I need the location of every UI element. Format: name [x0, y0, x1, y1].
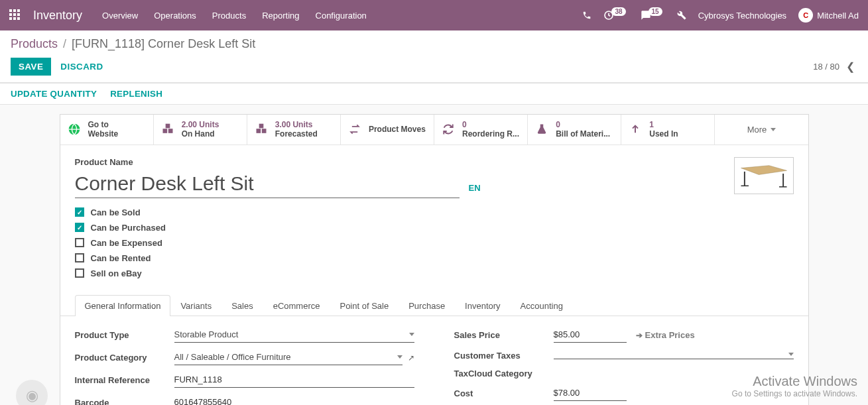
user-avatar-icon: C — [798, 8, 813, 23]
customer-taxes-label: Customer Taxes — [454, 351, 554, 361]
refresh-icon — [441, 122, 456, 137]
checkbox-rented[interactable] — [75, 253, 84, 262]
nav-right: 38 15 Cybrosys Technologies C Mitchell A… — [582, 8, 859, 23]
label-ebay[interactable]: Sell on eBay — [91, 268, 142, 278]
nav-links: Overview Operations Products Reporting C… — [102, 11, 367, 21]
tab-ecommerce[interactable]: eCommerce — [263, 295, 330, 316]
save-button[interactable]: SAVE — [11, 58, 51, 76]
product-name-label: Product Name — [75, 157, 734, 167]
chevron-down-icon — [788, 353, 794, 356]
internal-reference-input[interactable] — [174, 373, 414, 388]
clock-icon[interactable]: 38 — [603, 10, 628, 21]
external-link-icon[interactable]: ↗ — [408, 353, 414, 363]
clock-badge: 38 — [611, 7, 625, 16]
tab-variants[interactable]: Variants — [170, 295, 221, 316]
globe-icon — [67, 122, 82, 137]
product-type-select[interactable]: Storable Product — [174, 328, 414, 343]
flask-icon — [534, 122, 549, 137]
label-expensed[interactable]: Can be Expensed — [91, 238, 162, 248]
tab-sales[interactable]: Sales — [221, 295, 263, 316]
form-col-left: Product Type Storable Product Product Ca… — [75, 328, 414, 405]
apps-icon[interactable] — [9, 9, 21, 21]
product-category-label: Product Category — [75, 353, 174, 363]
stat-reordering[interactable]: 0Reordering R... — [434, 115, 528, 145]
stat-buttons-row: Go toWebsite 2.00 UnitsOn Hand 3.00 Unit… — [60, 115, 808, 145]
svg-rect-5 — [256, 129, 261, 134]
stat-bom[interactable]: 0Bill of Materi... — [528, 115, 621, 145]
svg-rect-2 — [162, 129, 167, 134]
chevron-down-icon — [397, 355, 403, 359]
language-button[interactable]: EN — [469, 183, 481, 193]
svg-rect-3 — [168, 129, 172, 134]
breadcrumb-sep: / — [63, 37, 66, 51]
discard-button[interactable]: DISCARD — [60, 62, 103, 72]
product-category-select[interactable]: All / Saleable / Office Furniture — [174, 351, 403, 365]
tab-inventory[interactable]: Inventory — [455, 295, 510, 316]
nav-products[interactable]: Products — [212, 11, 246, 21]
product-options: Can be Sold Can be Purchased Can be Expe… — [75, 207, 734, 278]
stat-moves[interactable]: Product Moves — [341, 115, 434, 145]
cost-input[interactable] — [554, 386, 627, 401]
user-name: Mitchell Ad — [817, 11, 859, 21]
checkbox-purchased[interactable] — [75, 223, 84, 232]
pager-prev-icon[interactable]: ❮ — [846, 60, 855, 73]
boxes-icon — [160, 122, 175, 137]
extra-prices-link[interactable]: ➔Extra Prices — [636, 330, 695, 340]
action-bar: UPDATE QUANTITY REPLENISH — [0, 83, 868, 105]
arrow-right-icon: ➔ — [636, 331, 643, 340]
nav-reporting[interactable]: Reporting — [262, 11, 299, 21]
label-purchased[interactable]: Can be Purchased — [91, 223, 166, 233]
nav-configuration[interactable]: Configuration — [316, 11, 367, 21]
stat-website[interactable]: Go toWebsite — [60, 115, 154, 145]
tabs: General Information Variants Sales eComm… — [60, 294, 808, 316]
checkbox-ebay[interactable] — [75, 268, 84, 278]
tab-accounting[interactable]: Accounting — [511, 295, 573, 316]
module-title: Inventory — [33, 9, 82, 23]
breadcrumb-parent[interactable]: Products — [11, 37, 58, 51]
chevron-down-icon — [771, 128, 776, 131]
stat-onhand[interactable]: 2.00 UnitsOn Hand — [154, 115, 247, 145]
phone-icon[interactable] — [582, 11, 591, 20]
product-header: Product Name EN Can be Sold Can be Purch… — [60, 145, 808, 285]
exchange-icon — [347, 122, 362, 137]
svg-rect-4 — [165, 124, 170, 129]
control-panel: Products / [FURN_1118] Corner Desk Left … — [0, 30, 868, 83]
arrow-up-icon — [628, 122, 643, 137]
pager-text[interactable]: 18 / 80 — [813, 62, 839, 72]
windows-watermark: Activate Windows Go to Settings to activ… — [732, 374, 857, 398]
checkbox-expensed[interactable] — [75, 238, 84, 247]
internal-reference-label: Internal Reference — [75, 375, 174, 385]
product-image[interactable] — [734, 157, 794, 194]
barcode-label: Barcode — [75, 398, 174, 405]
pager: 18 / 80 ❮ — [813, 60, 857, 73]
form-background: Go toWebsite 2.00 UnitsOn Hand 3.00 Unit… — [0, 105, 868, 405]
stat-usedin[interactable]: 1Used In — [621, 115, 715, 145]
tab-general[interactable]: General Information — [75, 295, 171, 316]
label-sold[interactable]: Can be Sold — [91, 207, 141, 217]
general-information-form: Product Type Storable Product Product Ca… — [60, 316, 808, 405]
stat-forecasted[interactable]: 3.00 UnitsForecasted — [247, 115, 341, 145]
customer-taxes-select[interactable] — [554, 351, 794, 359]
sales-price-input[interactable] — [554, 328, 627, 343]
company-name[interactable]: Cybrosys Technologies — [698, 11, 786, 21]
checkbox-sold[interactable] — [75, 207, 84, 217]
product-name-input[interactable] — [75, 171, 460, 198]
breadcrumb-current: [FURN_1118] Corner Desk Left Sit — [72, 37, 255, 51]
replenish-button[interactable]: REPLENISH — [110, 89, 162, 99]
cost-label: Cost — [454, 388, 554, 398]
user-menu[interactable]: C Mitchell Ad — [798, 8, 859, 23]
stat-more[interactable]: More — [715, 115, 808, 145]
sales-price-label: Sales Price — [454, 330, 554, 340]
chevron-down-icon — [409, 333, 414, 336]
barcode-input[interactable] — [174, 396, 414, 405]
chat-icon[interactable]: 15 — [641, 10, 665, 21]
tools-icon[interactable] — [677, 11, 686, 20]
tab-pos[interactable]: Point of Sale — [330, 295, 399, 316]
label-rented[interactable]: Can be Rented — [91, 253, 151, 263]
update-quantity-button[interactable]: UPDATE QUANTITY — [11, 89, 97, 99]
nav-overview[interactable]: Overview — [102, 11, 138, 21]
nav-operations[interactable]: Operations — [154, 11, 196, 21]
svg-rect-6 — [262, 129, 267, 134]
tab-purchase[interactable]: Purchase — [399, 295, 455, 316]
svg-rect-7 — [259, 124, 263, 129]
